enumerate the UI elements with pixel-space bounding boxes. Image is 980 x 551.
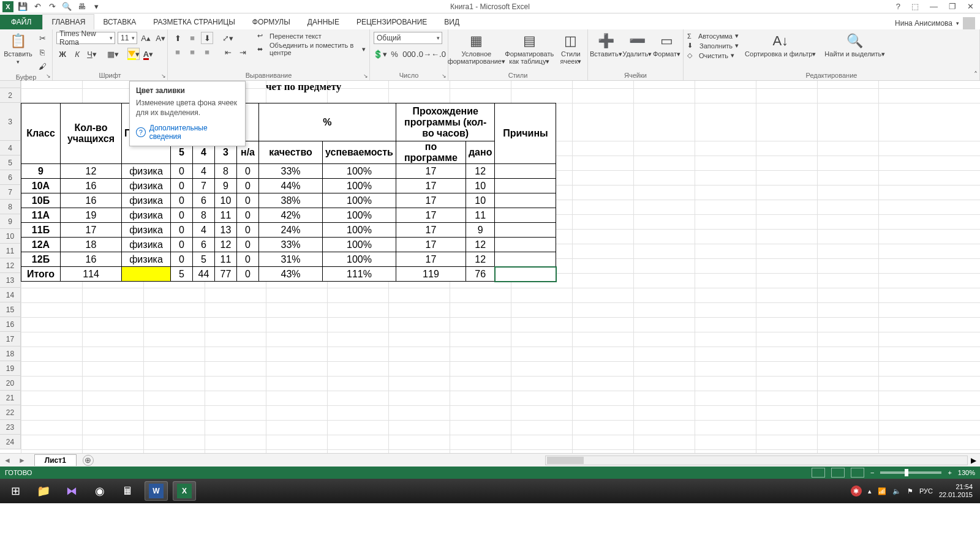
cell-g3[interactable]: 9 bbox=[215, 179, 237, 193]
delete-cells-button[interactable]: ➖Удалить▾ bbox=[624, 32, 650, 59]
cell-g5[interactable]: 0 bbox=[171, 179, 193, 193]
ribbon-options-icon[interactable]: ⬚ bbox=[909, 2, 921, 11]
cell-na[interactable]: 0 bbox=[237, 238, 259, 252]
account-area[interactable]: Нина Анисимова ▾ bbox=[895, 17, 980, 29]
align-middle-icon[interactable]: ≡ bbox=[186, 32, 198, 44]
cell-class[interactable]: 12А bbox=[21, 238, 61, 252]
total-g4[interactable]: 44 bbox=[193, 267, 215, 282]
cell-g5[interactable]: 0 bbox=[171, 193, 193, 208]
cell-succ[interactable]: 100% bbox=[323, 164, 396, 179]
conditional-formatting-button[interactable]: ▦Условное форматирование▾ bbox=[452, 32, 501, 66]
align-center-icon[interactable]: ≡ bbox=[186, 46, 198, 58]
autosum-button[interactable]: Σ Автосумма▾ bbox=[687, 32, 739, 40]
zoom-in-icon[interactable]: + bbox=[948, 469, 951, 476]
user-dropdown-icon[interactable]: ▾ bbox=[956, 20, 959, 26]
cell-qual[interactable]: 42% bbox=[259, 208, 323, 223]
cell-g3[interactable]: 10 bbox=[215, 193, 237, 208]
cell-class[interactable]: 11А bbox=[21, 208, 61, 223]
close-icon[interactable]: ✕ bbox=[965, 2, 976, 11]
scrollbar-thumb[interactable] bbox=[547, 457, 584, 464]
cell-g4[interactable]: 7 bbox=[193, 179, 215, 193]
hdr-program[interactable]: Прохождение программы (кол-во часов) bbox=[396, 103, 495, 141]
cell-given[interactable]: 12 bbox=[466, 164, 495, 179]
borders-button[interactable]: ▦▾ bbox=[107, 48, 119, 60]
format-painter-icon[interactable]: 🖌 bbox=[36, 60, 48, 72]
cell-reason[interactable] bbox=[495, 179, 556, 193]
hdr-reasons[interactable]: Причины bbox=[495, 103, 556, 164]
tooltip-more-info-link[interactable]: ? Дополнительные сведения bbox=[136, 124, 239, 141]
cell-succ[interactable]: 100% bbox=[323, 208, 396, 223]
cell-qual[interactable]: 38% bbox=[259, 193, 323, 208]
cell-succ[interactable]: 100% bbox=[323, 179, 396, 193]
cell-g4[interactable]: 6 bbox=[193, 193, 215, 208]
row-header[interactable]: 13 bbox=[0, 273, 21, 288]
cell-count[interactable]: 18 bbox=[61, 238, 122, 252]
row-header[interactable]: 4 bbox=[0, 141, 21, 156]
tab-formulas[interactable]: ФОРМУЛЫ bbox=[244, 15, 299, 29]
total-quality[interactable]: 43% bbox=[259, 267, 323, 282]
decrease-decimal-icon[interactable]: ←.0 bbox=[432, 48, 445, 60]
cell-g4[interactable]: 4 bbox=[193, 223, 215, 238]
insert-cells-button[interactable]: ➕Вставить▾ bbox=[592, 32, 620, 59]
cell-class[interactable]: 10А bbox=[21, 179, 61, 193]
row-header[interactable]: 19 bbox=[0, 361, 21, 376]
row-header[interactable]: 17 bbox=[0, 332, 21, 347]
format-as-table-button[interactable]: ▤Форматировать как таблицу▾ bbox=[505, 32, 554, 66]
cell-subj[interactable]: физика bbox=[122, 223, 171, 238]
tab-file[interactable]: ФАЙЛ bbox=[0, 15, 42, 29]
row-header-1[interactable] bbox=[0, 81, 21, 88]
number-format-select[interactable]: Общий bbox=[374, 32, 442, 44]
cell-given[interactable]: 10 bbox=[466, 179, 495, 193]
row-header[interactable]: 16 bbox=[0, 317, 21, 332]
excel-taskbar-icon[interactable]: X bbox=[173, 481, 196, 501]
fill-color-button[interactable]: ▾ bbox=[127, 48, 140, 60]
hdr-percent[interactable]: % bbox=[259, 103, 396, 141]
accounting-format-icon[interactable]: 💲▾ bbox=[374, 48, 386, 60]
word-taskbar-icon[interactable]: W bbox=[145, 481, 168, 501]
tray-volume-icon[interactable]: 🔈 bbox=[892, 487, 901, 495]
total-prog[interactable]: 119 bbox=[396, 267, 466, 282]
cell-g4[interactable]: 4 bbox=[193, 164, 215, 179]
cell-prog[interactable]: 17 bbox=[396, 208, 466, 223]
quick-print-icon[interactable]: 🖶 bbox=[76, 1, 87, 12]
hdr-students[interactable]: Кол-во учащихся bbox=[61, 103, 122, 164]
total-subject[interactable] bbox=[122, 267, 171, 282]
row-header[interactable]: 23 bbox=[0, 420, 21, 435]
cell-subj[interactable]: физика bbox=[122, 164, 171, 179]
align-left-icon[interactable]: ≡ bbox=[172, 46, 184, 58]
find-select-button[interactable]: 🔍Найти и выделить▾ bbox=[822, 32, 888, 59]
minimize-icon[interactable]: — bbox=[927, 2, 940, 11]
cell-reason[interactable] bbox=[495, 238, 556, 252]
cell-na[interactable]: 0 bbox=[237, 193, 259, 208]
clear-button[interactable]: ◇ Очистить▾ bbox=[687, 51, 739, 59]
page-break-view-icon[interactable] bbox=[851, 468, 864, 478]
help-icon[interactable]: ? bbox=[894, 2, 903, 11]
tab-home[interactable]: ГЛАВНАЯ bbox=[42, 14, 94, 29]
cell-reason[interactable] bbox=[495, 223, 556, 238]
cell-g5[interactable]: 0 bbox=[171, 252, 193, 267]
cell-subj[interactable]: физика bbox=[122, 193, 171, 208]
horizontal-scrollbar[interactable] bbox=[545, 455, 968, 465]
format-cells-button[interactable]: ▭Формат▾ bbox=[654, 32, 679, 59]
align-right-icon[interactable]: ≡ bbox=[201, 46, 213, 58]
restore-icon[interactable]: ❐ bbox=[946, 2, 959, 11]
cell-na[interactable]: 0 bbox=[237, 223, 259, 238]
total-given[interactable]: 76 bbox=[466, 267, 495, 282]
total-success[interactable]: 111% bbox=[323, 267, 396, 282]
cell-count[interactable]: 17 bbox=[61, 223, 122, 238]
hdr-byprog[interactable]: по программе bbox=[396, 141, 466, 164]
increase-decimal-icon[interactable]: .0→ bbox=[418, 48, 430, 60]
cell-qual[interactable]: 44% bbox=[259, 179, 323, 193]
row-header[interactable]: 15 bbox=[0, 302, 21, 317]
cell-na[interactable]: 0 bbox=[237, 208, 259, 223]
explorer-icon[interactable]: 📁 bbox=[32, 481, 55, 501]
normal-view-icon[interactable] bbox=[812, 468, 825, 478]
vs-icon[interactable]: ⧓ bbox=[60, 481, 83, 501]
row-header[interactable]: 14 bbox=[0, 288, 21, 302]
percent-format-icon[interactable]: % bbox=[388, 48, 401, 60]
hdr-given[interactable]: дано bbox=[466, 141, 495, 164]
sheet-nav-next-icon[interactable]: ► bbox=[15, 456, 29, 465]
comma-format-icon[interactable]: 000 bbox=[403, 48, 415, 60]
row-header[interactable]: 9 bbox=[0, 214, 21, 229]
cell-qual[interactable]: 33% bbox=[259, 164, 323, 179]
